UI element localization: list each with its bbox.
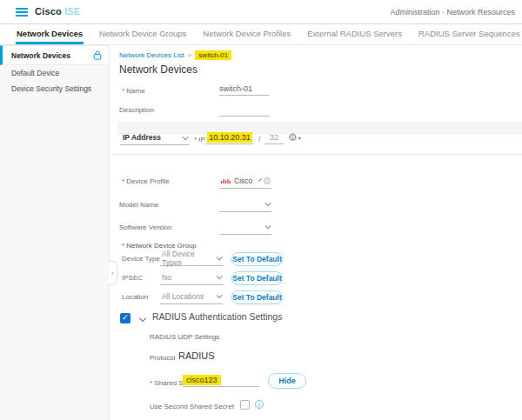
chevron-down-icon xyxy=(265,223,271,229)
radius-section-chevron-icon[interactable] xyxy=(139,315,146,322)
page-title: Network Devices xyxy=(119,63,197,76)
hide-secret-button[interactable]: Hide xyxy=(268,373,306,389)
ipsec-label: IPSEC xyxy=(122,274,143,282)
ip-section-band xyxy=(117,122,522,134)
tab-network-device-groups[interactable]: Network Device Groups xyxy=(98,24,187,44)
sidebar-collapse-handle[interactable]: ‹ xyxy=(109,261,117,285)
description-label: Description xyxy=(119,106,154,114)
protocol-value: RADIUS xyxy=(178,350,215,361)
lock-icon xyxy=(93,50,102,60)
tab-network-devices[interactable]: Network Devices xyxy=(16,24,84,44)
section-divider xyxy=(110,154,522,155)
location-set-default-button[interactable]: Set To Default xyxy=(231,290,283,304)
brand-cisco: Cisco xyxy=(35,6,62,17)
chevron-down-icon xyxy=(265,200,271,206)
location-select[interactable]: All Locations xyxy=(160,290,223,304)
location-value: All Locations xyxy=(162,292,204,301)
brand-ise: ISE xyxy=(64,6,80,17)
ipsec-set-default-button[interactable]: Set To Default xyxy=(231,271,283,285)
gear-caret-icon: ▾ xyxy=(298,135,301,141)
breadcrumb: Network Devices List > switch-01 xyxy=(119,50,231,60)
tab-radius-server-sequences[interactable]: RADIUS Server Sequences xyxy=(418,24,521,44)
device-type-label: Device Type xyxy=(122,255,160,263)
main-content: Network Devices List > switch-01 Network… xyxy=(110,45,522,420)
top-tab-bar: Network Devices Network Device Groups Ne… xyxy=(0,24,522,45)
tab-network-device-profiles[interactable]: Network Device Profiles xyxy=(202,24,291,44)
sidebar-item-default-device[interactable]: Default Device xyxy=(0,65,109,81)
radius-settings-checkbox[interactable] xyxy=(120,313,130,323)
use-second-shared-secret-label: Use Second Shared Secret xyxy=(150,403,234,410)
chevron-down-icon xyxy=(217,273,223,279)
breadcrumb-context: Administration · Network Resources xyxy=(390,8,515,17)
chevron-down-icon xyxy=(217,292,223,298)
sidebar-item-label: Network Devices xyxy=(11,51,70,60)
model-name-select[interactable] xyxy=(219,198,271,212)
chevron-down-icon xyxy=(258,178,262,182)
protocol-label: Protocol xyxy=(150,354,175,362)
breadcrumb-current-device: switch-01 xyxy=(195,50,231,60)
ipsec-select[interactable]: No xyxy=(160,271,223,285)
ip-value-highlight: 10.10.20.31 xyxy=(207,132,252,143)
device-profile-value: Cisco xyxy=(234,177,252,185)
subnet-mask-input[interactable]: 32 xyxy=(264,132,284,144)
collapse-chevron-icon: ‹ xyxy=(111,269,114,277)
sidebar-item-network-devices[interactable]: Network Devices xyxy=(0,45,109,65)
radius-udp-settings-label: RADIUS UDP Settings xyxy=(150,333,219,341)
software-version-label: Software Version xyxy=(119,223,171,231)
info-icon[interactable]: i xyxy=(255,400,264,409)
app-header: CiscoISE Administration · Network Resour… xyxy=(0,0,522,24)
cisco-ise-app: CiscoISE Administration · Network Resour… xyxy=(0,0,522,420)
chevron-down-icon xyxy=(217,254,223,260)
chevron-down-icon xyxy=(183,134,189,140)
software-version-select[interactable] xyxy=(219,221,271,235)
ip-address-type-value: IP Address xyxy=(123,133,161,142)
ip-options-button[interactable]: ⚙ ▾ xyxy=(288,131,301,143)
device-type-set-default-button[interactable]: Set To Default xyxy=(231,252,283,266)
location-label: Location xyxy=(122,293,148,301)
use-second-shared-secret-checkbox[interactable] xyxy=(240,400,250,410)
breadcrumb-separator-icon: > xyxy=(188,51,192,59)
model-name-label: Model Name xyxy=(119,201,158,209)
gear-icon: ⚙ xyxy=(288,131,298,143)
info-icon[interactable]: i xyxy=(264,177,271,184)
device-profile-select[interactable]: Cisco i xyxy=(219,175,271,189)
ip-mask-separator: / xyxy=(258,135,261,143)
shared-secret-input[interactable]: cisco123 xyxy=(183,375,259,387)
device-type-select[interactable]: All Device Types xyxy=(160,252,223,266)
brand-logo: CiscoISE xyxy=(35,6,80,17)
ipsec-value: No xyxy=(162,273,171,282)
hamburger-menu-icon[interactable] xyxy=(16,8,28,17)
name-label: * Name xyxy=(122,87,145,95)
name-input[interactable]: switch-01 xyxy=(219,83,270,96)
description-input[interactable] xyxy=(219,104,270,117)
shared-secret-value-highlight: cisco123 xyxy=(183,375,221,385)
sidebar-item-device-security-settings[interactable]: Device Security Settings xyxy=(0,81,109,97)
device-type-value: All Device Types xyxy=(162,250,210,267)
tab-external-radius-servers[interactable]: External RADIUS Servers xyxy=(306,24,403,44)
device-profile-label: * Device Profile xyxy=(122,177,170,185)
sidebar: Network Devices Default Device Device Se… xyxy=(0,45,110,420)
cisco-logo-icon xyxy=(221,177,231,184)
breadcrumb-link-network-devices-list[interactable]: Network Devices List xyxy=(119,51,184,59)
radius-section-title: RADIUS Authentication Settings xyxy=(152,311,282,322)
ip-address-type-select[interactable]: IP Address xyxy=(120,133,190,145)
ip-input[interactable]: 10.10.20.31 xyxy=(206,132,253,144)
